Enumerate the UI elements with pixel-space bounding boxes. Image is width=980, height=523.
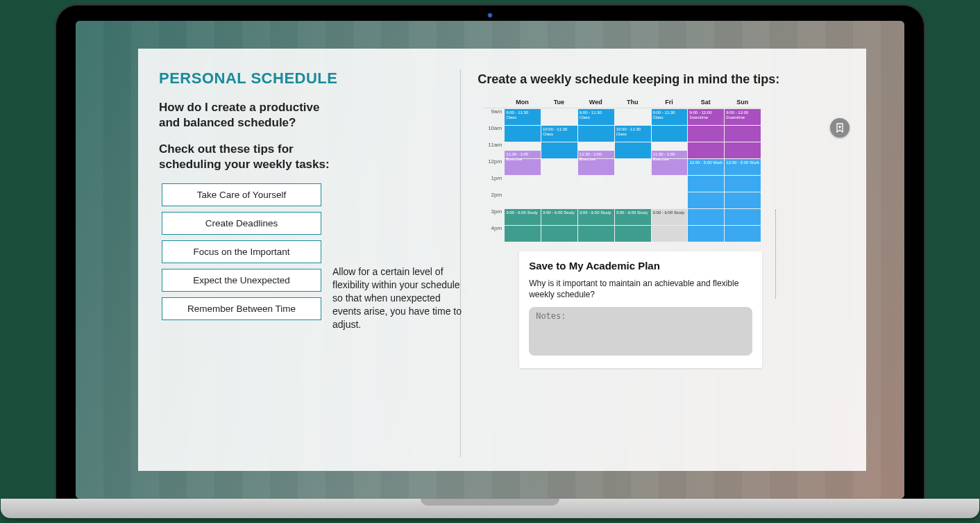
time-label: 10am: [483, 125, 504, 142]
calendar-cell[interactable]: [687, 125, 724, 142]
time-label: 2pm: [483, 192, 504, 208]
calendar-cell[interactable]: [724, 175, 761, 192]
calendar-cell[interactable]: [504, 225, 541, 242]
calendar-cell[interactable]: [541, 192, 577, 208]
time-label: 3pm: [483, 208, 504, 225]
right-title: Create a weekly schedule keeping in mind…: [478, 72, 845, 87]
calendar-cell[interactable]: [504, 158, 541, 175]
save-card-title: Save to My Academic Plan: [529, 260, 752, 272]
calendar-cell[interactable]: [541, 142, 577, 158]
calendar-cell[interactable]: [541, 108, 577, 125]
calendar-cell[interactable]: [724, 208, 761, 225]
calendar-cell[interactable]: 11:30 - 1:00 Exercise: [504, 142, 541, 158]
calendar-cell[interactable]: 3:00 - 6:00 Study: [651, 208, 688, 225]
calendar-cell[interactable]: [577, 175, 614, 192]
calendar-cell[interactable]: [504, 125, 541, 142]
calendar-cell[interactable]: 9:00 - 12:00 Downtime: [687, 108, 724, 125]
day-header: Sun: [724, 97, 761, 108]
save-card: Save to My Academic Plan Why is it impor…: [519, 251, 762, 368]
left-column: PERSONAL SCHEDULE How do I create a prod…: [159, 69, 461, 457]
calendar-cell[interactable]: 10:00 - 11:30 Class: [541, 125, 577, 142]
calendar-cell[interactable]: [614, 192, 651, 208]
calendar-cell[interactable]: [724, 142, 761, 158]
calendar-cell[interactable]: [651, 125, 688, 142]
calendar-cell[interactable]: [687, 225, 724, 242]
day-header: Sat: [687, 97, 724, 108]
calendar-cell[interactable]: 3:00 - 6:00 Study: [541, 208, 577, 225]
right-column: Create a weekly schedule keeping in mind…: [461, 69, 845, 457]
day-header: Wed: [577, 97, 614, 108]
panel-title: PERSONAL SCHEDULE: [159, 69, 446, 88]
calendar-cell[interactable]: 11:30 - 1:00 Exercise: [651, 142, 688, 158]
calendar-cell[interactable]: 9:00 - 11:30 Class: [651, 108, 688, 125]
time-label: 11am: [483, 142, 504, 158]
time-label: 4pm: [483, 225, 504, 242]
laptop-frame: PERSONAL SCHEDULE How do I create a prod…: [56, 6, 924, 499]
calendar-cell[interactable]: [614, 158, 651, 175]
calendar-cell[interactable]: [687, 142, 724, 158]
calendar-cell[interactable]: [724, 125, 761, 142]
day-header: Tue: [541, 97, 577, 108]
calendar-cell[interactable]: [541, 175, 577, 192]
tip-button-5[interactable]: Remember Between Time: [162, 297, 321, 320]
time-label: 12pm: [483, 158, 504, 175]
calendar-cell[interactable]: 9:00 - 12:00 Downtime: [724, 108, 761, 125]
calendar-cell[interactable]: 9:00 - 11:30 Class: [504, 108, 541, 125]
calendar-cell[interactable]: [724, 192, 761, 208]
calendar-cell[interactable]: [504, 192, 541, 208]
calendar-cell[interactable]: [651, 225, 688, 242]
calendar-cell[interactable]: 3:00 - 6:00 Study: [504, 208, 541, 225]
weekly-calendar[interactable]: Mon Tue Wed Thu Fri Sat Sun 9am9:00 - 11…: [483, 97, 761, 242]
notes-input[interactable]: [529, 307, 752, 356]
calendar-cell[interactable]: [504, 175, 541, 192]
calendar-cell[interactable]: 12:00 - 5:00 Work: [724, 158, 761, 175]
calendar-cell[interactable]: [651, 158, 688, 175]
calendar-cell[interactable]: [614, 175, 651, 192]
calendar-cell[interactable]: [541, 225, 577, 242]
calendar-cell[interactable]: 3:00 - 6:00 Study: [614, 208, 651, 225]
calendar-cell[interactable]: [687, 192, 724, 208]
calendar-cell[interactable]: 9:00 - 11:30 Class: [577, 108, 614, 125]
content-panel: PERSONAL SCHEDULE How do I create a prod…: [138, 49, 866, 471]
time-label: 1pm: [483, 175, 504, 192]
bookmark-add-icon[interactable]: [830, 118, 850, 138]
calendar-grid[interactable]: 9am9:00 - 11:30 Class9:00 - 11:30 Class9…: [483, 108, 761, 242]
calendar-cell[interactable]: [577, 225, 614, 242]
question-1: How do I create a productive and balance…: [159, 100, 339, 131]
question-2: Check out these tips for scheduling your…: [159, 142, 339, 172]
calendar-header: Mon Tue Wed Thu Fri Sat Sun: [483, 97, 761, 108]
calendar-cell[interactable]: [687, 175, 724, 192]
calendar-cell[interactable]: [687, 208, 724, 225]
tip-button-3[interactable]: Focus on the Important: [162, 240, 321, 263]
day-header: Thu: [614, 97, 651, 108]
day-header: Mon: [504, 97, 541, 108]
app-screen: PERSONAL SCHEDULE How do I create a prod…: [76, 21, 904, 499]
tip-detail-text: Allow for a certain level of flexibility…: [332, 265, 464, 331]
calendar-cell[interactable]: 3:00 - 6:00 Study: [577, 208, 614, 225]
time-label: 9am: [483, 108, 504, 125]
camera-icon: [487, 13, 493, 18]
calendar-cell[interactable]: [541, 158, 577, 175]
day-header: Fri: [651, 97, 688, 108]
calendar-cell[interactable]: [614, 142, 651, 158]
tip-button-1[interactable]: Take Care of Yourself: [162, 183, 321, 206]
calendar-cell[interactable]: [614, 108, 651, 125]
laptop-base: [1, 499, 979, 518]
save-card-question: Why is it important to maintain an achie…: [529, 279, 752, 300]
calendar-cell[interactable]: 12:00 - 5:00 Work: [687, 158, 724, 175]
calendar-cell[interactable]: [614, 225, 651, 242]
calendar-cell[interactable]: [651, 192, 688, 208]
calendar-cell[interactable]: 10:00 - 11:30 Class: [614, 125, 651, 142]
calendar-cell[interactable]: [724, 225, 761, 242]
tips-list: Take Care of Yourself Create Deadlines F…: [162, 183, 321, 320]
tip-button-2[interactable]: Create Deadlines: [162, 212, 321, 235]
calendar-cell[interactable]: [577, 125, 614, 142]
calendar-cell[interactable]: [577, 192, 614, 208]
calendar-cell[interactable]: 11:30 - 1:00 Exercise: [577, 142, 614, 158]
calendar-cell[interactable]: [577, 158, 614, 175]
tip-button-4[interactable]: Expect the Unexpected: [162, 269, 321, 292]
calendar-cell[interactable]: [651, 175, 688, 192]
